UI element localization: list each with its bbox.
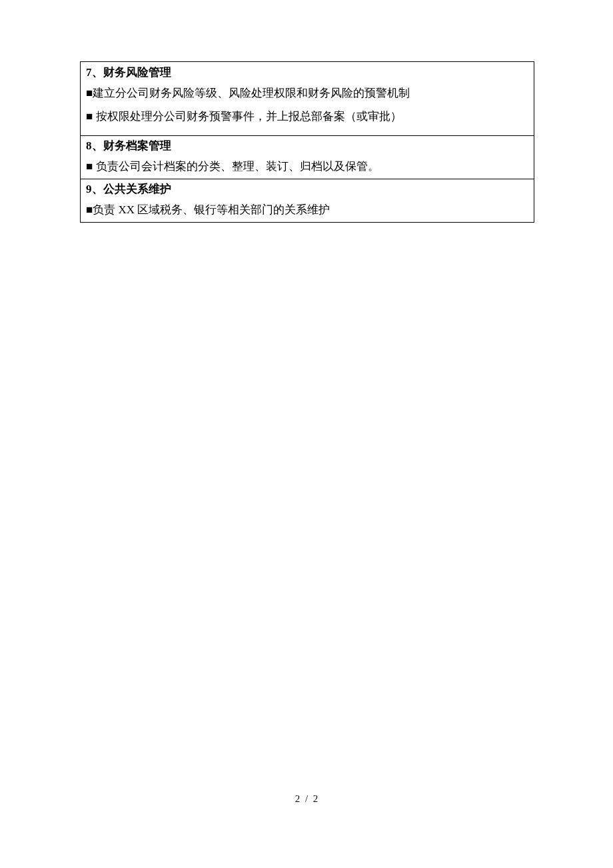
table-row: 9、公共关系维护 ■负责 XX 区域税务、银行等相关部门的关系维护 <box>81 179 534 222</box>
section-cell-7: 7、财务风险管理 ■建立分公司财务风险等级、风险处理权限和财务风险的预警机制 ■… <box>81 62 534 136</box>
bullet-item: ■负责 XX 区域税务、银行等相关部门的关系维护 <box>81 199 534 222</box>
section-heading: 8、财务档案管理 <box>81 136 534 155</box>
document-page: 7、财务风险管理 ■建立分公司财务风险等级、风险处理权限和财务风险的预警机制 ■… <box>0 0 613 223</box>
bullet-item: ■建立分公司财务风险等级、风险处理权限和财务风险的预警机制 <box>81 82 534 105</box>
table-row: 7、财务风险管理 ■建立分公司财务风险等级、风险处理权限和财务风险的预警机制 ■… <box>81 62 534 136</box>
page-number: 2 / 2 <box>0 793 613 805</box>
section-heading: 9、公共关系维护 <box>81 179 534 199</box>
section-cell-8: 8、财务档案管理 ■ 负责公司会计档案的分类、整理、装订、归档以及保管。 <box>81 135 534 179</box>
bullet-item: ■ 按权限处理分公司财务预警事件，并上报总部备案（或审批） <box>81 105 534 129</box>
content-table: 7、财务风险管理 ■建立分公司财务风险等级、风险处理权限和财务风险的预警机制 ■… <box>80 61 534 223</box>
table-row: 8、财务档案管理 ■ 负责公司会计档案的分类、整理、装订、归档以及保管。 <box>81 135 534 179</box>
bullet-item: ■ 负责公司会计档案的分类、整理、装订、归档以及保管。 <box>81 155 534 179</box>
section-heading: 7、财务风险管理 <box>81 62 534 82</box>
section-cell-9: 9、公共关系维护 ■负责 XX 区域税务、银行等相关部门的关系维护 <box>81 179 534 222</box>
